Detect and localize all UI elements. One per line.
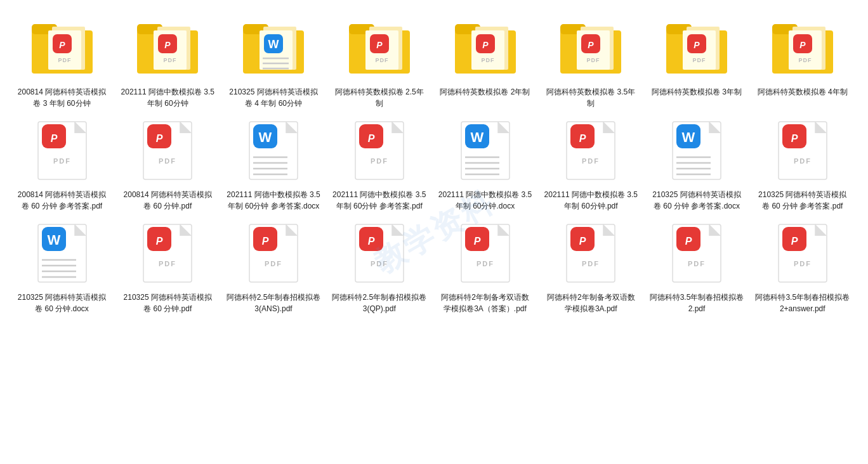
file-icon-wrap: PPDF	[133, 218, 202, 288]
file-icon-wrap: W	[27, 218, 97, 288]
file-item-f6[interactable]: PPDF阿德科特英数模拟卷 3.5年制	[542, 13, 640, 109]
svg-text:PDF: PDF	[53, 157, 71, 165]
file-label: 210325 阿德科特英语模拟卷 4 年制 60分钟	[226, 86, 321, 109]
folder-icon: PPDF	[559, 19, 622, 76]
svg-text:P: P	[579, 133, 586, 144]
doc-icon: PPDF	[460, 223, 511, 283]
file-label: 阿德科特英数模拟卷 2年制	[440, 86, 530, 98]
svg-text:P: P	[482, 40, 489, 50]
doc-icon: W	[460, 120, 511, 181]
svg-text:P: P	[156, 133, 163, 144]
svg-text:PDF: PDF	[371, 260, 388, 267]
file-item-d10[interactable]: PPDF210325 阿德科特英语模拟卷 60 分钟.pdf	[119, 218, 217, 314]
file-item-f1[interactable]: PPDF200814 阿德科特英语模拟卷 3 年制 60分钟	[13, 13, 111, 109]
file-item-f5[interactable]: PPDF阿德科特英数模拟卷 2年制	[436, 13, 534, 109]
file-item-f4[interactable]: PPDF阿德科特英数模拟卷 2.5年制	[330, 13, 428, 109]
svg-text:W: W	[682, 129, 695, 145]
doc-icon: PPDF	[354, 120, 405, 181]
file-item-d3[interactable]: W202111 阿德中数模拟卷 3.5年制 60分钟 参考答案.docx	[225, 115, 323, 212]
svg-text:PDF: PDF	[58, 57, 71, 63]
file-label: 200814 阿德科特英语模拟卷 3 年制 60分钟	[15, 86, 110, 109]
file-item-d2[interactable]: PPDF200814 阿德科特英语模拟卷 60 分钟.pdf	[119, 115, 217, 212]
svg-text:PDF: PDF	[798, 57, 812, 63]
file-icon-wrap: PPDF	[768, 13, 838, 82]
doc-icon: PPDF	[777, 120, 828, 181]
svg-text:P: P	[367, 133, 374, 144]
file-icon-wrap: PPDF	[345, 115, 414, 185]
file-item-d7[interactable]: W210325 阿德科特英语模拟卷 60 分钟 参考答案.docx	[648, 115, 746, 212]
doc-icon: PPDF	[142, 223, 193, 283]
file-label: 200814 阿德科特英语模拟卷 60 分钟 参考答案.pdf	[15, 189, 110, 212]
file-item-d15[interactable]: PPDF阿德科特3.5年制春招模拟卷2.pdf	[648, 218, 746, 314]
file-item-d6[interactable]: PPDF202111 阿德中数模拟卷 3.5年制 60分钟.pdf	[542, 115, 640, 212]
file-item-d16[interactable]: PPDF阿德科特3.5年制春招模拟卷2+answer.pdf	[753, 218, 852, 314]
file-icon-wrap: PPDF	[239, 218, 308, 288]
file-item-f8[interactable]: PPDF阿德科特英数模拟卷 4年制	[753, 13, 852, 109]
svg-text:P: P	[165, 40, 171, 50]
svg-text:P: P	[367, 236, 374, 247]
svg-text:PDF: PDF	[265, 260, 282, 267]
svg-text:W: W	[47, 232, 60, 248]
doc-icon: PPDF	[37, 120, 88, 181]
folder-icon: PPDF	[30, 19, 94, 76]
file-icon-wrap: PPDF	[768, 218, 838, 288]
folder-icon: PPDF	[348, 19, 411, 76]
file-icon-wrap: W	[239, 13, 308, 82]
file-icon-wrap: PPDF	[556, 115, 626, 185]
file-icon-wrap: PPDF	[133, 13, 202, 82]
file-label: 阿德科特英数模拟卷 4年制	[758, 86, 848, 98]
svg-text:P: P	[376, 40, 383, 50]
file-label: 阿德科特英数模拟卷 3.5年制	[543, 86, 638, 109]
doc-icon: PPDF	[565, 120, 616, 181]
svg-text:PDF: PDF	[582, 260, 600, 267]
svg-text:P: P	[799, 40, 806, 50]
file-icon-wrap: PPDF	[450, 13, 520, 82]
svg-text:P: P	[791, 236, 798, 247]
doc-icon: W	[248, 120, 299, 181]
file-item-d14[interactable]: PPDF阿德科特2年制备考双语数学模拟卷3A.pdf	[542, 218, 640, 314]
file-label: 阿德科特2.5年制春招模拟卷 3(ANS).pdf	[226, 292, 321, 314]
svg-text:PDF: PDF	[794, 260, 812, 267]
svg-text:PDF: PDF	[164, 57, 177, 63]
folder-icon: PPDF	[136, 19, 199, 76]
svg-text:W: W	[259, 129, 272, 145]
file-item-d1[interactable]: PPDF200814 阿德科特英语模拟卷 60 分钟 参考答案.pdf	[13, 115, 111, 212]
folder-icon: PPDF	[771, 19, 834, 76]
file-grid: PPDF200814 阿德科特英语模拟卷 3 年制 60分钟PPDF202111…	[13, 13, 855, 314]
file-label: 202111 阿德中数模拟卷 3.5年制 60分钟.pdf	[543, 189, 638, 212]
file-item-f2[interactable]: PPDF202111 阿德中数模拟卷 3.5年制 60分钟	[119, 13, 217, 109]
file-icon-wrap: PPDF	[27, 115, 97, 185]
file-label: 202111 阿德中数模拟卷 3.5年制 60分钟.docx	[438, 189, 533, 212]
svg-text:P: P	[50, 133, 57, 144]
file-item-d13[interactable]: PPDF阿德科特2年制备考双语数学模拟卷3A（答案）.pdf	[436, 218, 534, 314]
file-icon-wrap: PPDF	[345, 13, 414, 82]
svg-text:PDF: PDF	[693, 57, 706, 63]
file-label: 阿德科特2年制备考双语数学模拟卷3A.pdf	[543, 292, 638, 314]
file-item-d5[interactable]: W202111 阿德中数模拟卷 3.5年制 60分钟.docx	[436, 115, 534, 212]
file-item-d9[interactable]: W210325 阿德科特英语模拟卷 60 分钟.docx	[13, 218, 111, 314]
file-icon-wrap: PPDF	[345, 218, 414, 288]
file-label: 202111 阿德中数模拟卷 3.5年制 60分钟 参考答案.docx	[226, 189, 321, 212]
file-icon-wrap: PPDF	[556, 13, 626, 82]
file-icon-wrap: PPDF	[133, 115, 202, 185]
svg-text:PDF: PDF	[587, 57, 600, 63]
file-item-f3[interactable]: W210325 阿德科特英语模拟卷 4 年制 60分钟	[225, 13, 323, 109]
doc-icon: PPDF	[565, 223, 616, 283]
svg-text:PDF: PDF	[375, 57, 388, 63]
svg-text:PDF: PDF	[688, 260, 706, 267]
file-label: 202111 阿德中数模拟卷 3.5年制 60分钟	[120, 86, 215, 109]
svg-text:P: P	[694, 40, 700, 50]
file-item-d8[interactable]: PPDF210325 阿德科特英语模拟卷 60 分钟 参考答案.pdf	[753, 115, 852, 212]
file-label: 阿德科特英数模拟卷 3年制	[652, 86, 742, 98]
file-item-d4[interactable]: PPDF202111 阿德中数模拟卷 3.5年制 60分钟 参考答案.pdf	[330, 115, 428, 212]
file-item-d12[interactable]: PPDF阿德科特2.5年制春招模拟卷 3(QP).pdf	[330, 218, 428, 314]
file-item-f7[interactable]: PPDF阿德科特英数模拟卷 3年制	[648, 13, 746, 109]
doc-icon: PPDF	[671, 223, 722, 283]
file-label: 阿德科特3.5年制春招模拟卷2.pdf	[649, 292, 744, 314]
file-icon-wrap: W	[450, 115, 520, 185]
svg-text:PDF: PDF	[371, 157, 388, 165]
file-icon-wrap: PPDF	[556, 218, 626, 288]
file-item-d11[interactable]: PPDF阿德科特2.5年制春招模拟卷 3(ANS).pdf	[225, 218, 323, 314]
svg-text:PDF: PDF	[481, 57, 494, 63]
svg-text:P: P	[685, 236, 692, 247]
